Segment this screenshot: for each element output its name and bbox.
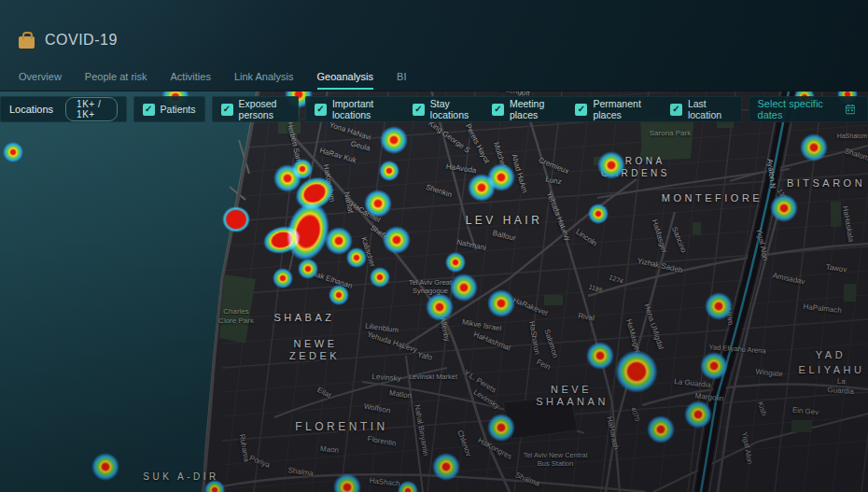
filter-meeting-places[interactable]: ✓Meeting places bbox=[492, 98, 564, 120]
covid-dashboard: LEV HAIRSARONAGARDENSMONTEFIOREBITSARONS… bbox=[0, 0, 868, 492]
heatmap-point bbox=[201, 476, 229, 492]
tab-overview[interactable]: Overview bbox=[19, 71, 62, 90]
heatmap-point bbox=[584, 200, 612, 228]
filter-label: Exposed persons bbox=[239, 98, 289, 120]
calendar-icon bbox=[846, 104, 855, 115]
heatmap-point bbox=[795, 129, 833, 166]
heatmap-point bbox=[0, 138, 27, 166]
grouped-filter-chip: ✓Important locations✓Stay locations✓Meet… bbox=[305, 96, 742, 122]
chip-exposed-persons[interactable]: ✓Exposed persons bbox=[212, 96, 299, 122]
filter-exposed-persons[interactable]: ✓Exposed persons bbox=[221, 98, 289, 120]
heatmap-point bbox=[642, 411, 679, 448]
heatmap-point bbox=[329, 469, 366, 492]
heatmap-point bbox=[378, 221, 415, 259]
solo-filter-chips: ✓Patients✓Exposed persons bbox=[133, 96, 299, 122]
checkbox-icon[interactable]: ✓ bbox=[413, 104, 425, 116]
heatmap-point bbox=[679, 396, 717, 433]
main-nav-tabs: OverviewPeople at riskActivitiesLink Ana… bbox=[19, 71, 406, 90]
heatmap-point bbox=[375, 121, 413, 159]
heatmap-point bbox=[359, 185, 397, 222]
heatmap-point bbox=[366, 263, 394, 291]
filter-label: Stay locations bbox=[430, 98, 480, 120]
heatmap-point bbox=[765, 190, 803, 227]
map-filter-bar: Locations 1K+ / 1K+ ✓Patients✓Exposed pe… bbox=[0, 96, 868, 122]
heatmap-point bbox=[483, 285, 520, 322]
locations-chip: Locations 1K+ / 1K+ bbox=[0, 96, 127, 122]
heatmap-point bbox=[220, 204, 252, 234]
heatmap-point bbox=[593, 147, 630, 184]
heatmap-point bbox=[421, 288, 458, 326]
tab-people-at-risk[interactable]: People at risk bbox=[85, 71, 147, 90]
tab-geoanalysis[interactable]: Geoanalysis bbox=[317, 71, 374, 90]
heatmap-point bbox=[87, 448, 124, 485]
filter-label: Permanent places bbox=[593, 98, 658, 120]
filter-important-locations[interactable]: ✓Important locations bbox=[315, 98, 400, 120]
locations-label: Locations bbox=[9, 104, 53, 115]
heatmap-point bbox=[612, 347, 661, 396]
heatmap-point bbox=[700, 288, 737, 325]
checkbox-icon[interactable]: ✓ bbox=[221, 104, 233, 116]
heatmap-point bbox=[294, 255, 322, 283]
filter-label: Patients bbox=[161, 104, 196, 115]
heatmap-point bbox=[483, 409, 520, 446]
heatmap-point bbox=[394, 477, 422, 492]
select-dates-label: Select specific dates bbox=[758, 98, 838, 120]
checkbox-icon[interactable]: ✓ bbox=[492, 104, 504, 116]
filter-label: Important locations bbox=[332, 98, 400, 120]
filter-stay-locations[interactable]: ✓Stay locations bbox=[413, 98, 480, 120]
app-header: COVID-19 OverviewPeople at riskActivitie… bbox=[0, 0, 868, 91]
heatmap-point bbox=[343, 244, 371, 272]
heatmap-point bbox=[695, 347, 733, 385]
checkbox-icon[interactable]: ✓ bbox=[670, 104, 682, 116]
filter-permanent-places[interactable]: ✓Permanent places bbox=[575, 98, 658, 120]
filter-last-location[interactable]: ✓Last location bbox=[670, 98, 733, 120]
filter-label: Meeting places bbox=[510, 98, 564, 120]
app-brand: COVID-19 bbox=[19, 32, 118, 49]
heatmap-point bbox=[427, 448, 465, 485]
checkbox-icon[interactable]: ✓ bbox=[315, 104, 327, 116]
app-logo-bag-icon bbox=[19, 36, 35, 49]
checkbox-icon[interactable]: ✓ bbox=[143, 104, 155, 116]
tab-activities[interactable]: Activities bbox=[171, 71, 211, 90]
tab-link-analysis[interactable]: Link Analysis bbox=[234, 71, 294, 90]
heatmap-point bbox=[269, 264, 297, 292]
filter-label: Last location bbox=[688, 98, 733, 120]
heatmap-point bbox=[463, 169, 500, 206]
heatmap-point bbox=[375, 157, 403, 185]
checkbox-icon[interactable]: ✓ bbox=[575, 104, 587, 116]
locations-count-badge: 1K+ / 1K+ bbox=[65, 97, 118, 121]
select-dates-button[interactable]: Select specific dates bbox=[749, 96, 868, 122]
tab-bi[interactable]: BI bbox=[397, 71, 406, 90]
heatmap-point bbox=[325, 281, 353, 309]
filter-patients[interactable]: ✓Patients bbox=[143, 104, 196, 116]
app-title: COVID-19 bbox=[45, 32, 118, 49]
chip-patients[interactable]: ✓Patients bbox=[133, 96, 205, 122]
